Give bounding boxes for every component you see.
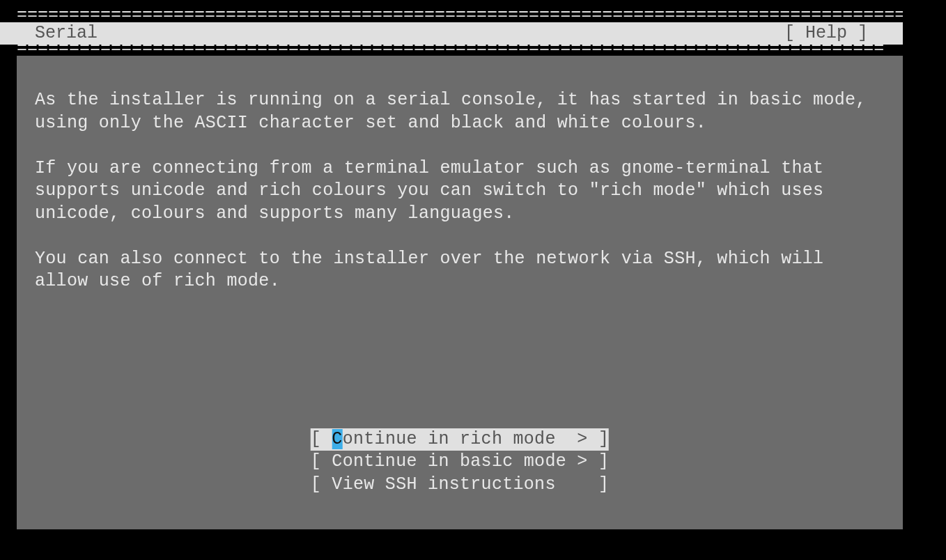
menu-option-basic-mode[interactable]: [ Continue in basic mode > ] bbox=[311, 451, 609, 474]
top-spacer bbox=[0, 0, 946, 11]
menu-option-rich-mode[interactable]: [ Continue in rich mode > ] bbox=[311, 428, 609, 451]
bottom-border-line: ========================================… bbox=[17, 45, 884, 56]
menu-bracket-open: [ bbox=[311, 429, 332, 449]
paragraph-2: If you are connecting from a terminal em… bbox=[35, 157, 871, 226]
paragraph-3: You can also connect to the installer ov… bbox=[35, 248, 871, 293]
page-title: Serial bbox=[35, 22, 98, 45]
cursor-icon: C bbox=[332, 429, 342, 449]
menu-option-ssh-instructions[interactable]: [ View SSH instructions ] bbox=[311, 474, 609, 497]
help-button[interactable]: [ Help ] bbox=[784, 22, 868, 45]
paragraph-1: As the installer is running on a serial … bbox=[35, 89, 871, 134]
title-bar: Serial [ Help ] bbox=[0, 22, 903, 45]
installer-screen: ========================================… bbox=[0, 0, 946, 560]
menu-options: [ Continue in rich mode > ] [ Continue i… bbox=[311, 428, 609, 497]
menu-option-rich-mode-row: [ Continue in rich mode > ] bbox=[311, 428, 609, 451]
main-content: As the installer is running on a serial … bbox=[17, 56, 903, 529]
menu-option-rich-mode-label: ontinue in rich mode > ] bbox=[343, 429, 610, 449]
top-border-line: ========================================… bbox=[17, 11, 903, 22]
